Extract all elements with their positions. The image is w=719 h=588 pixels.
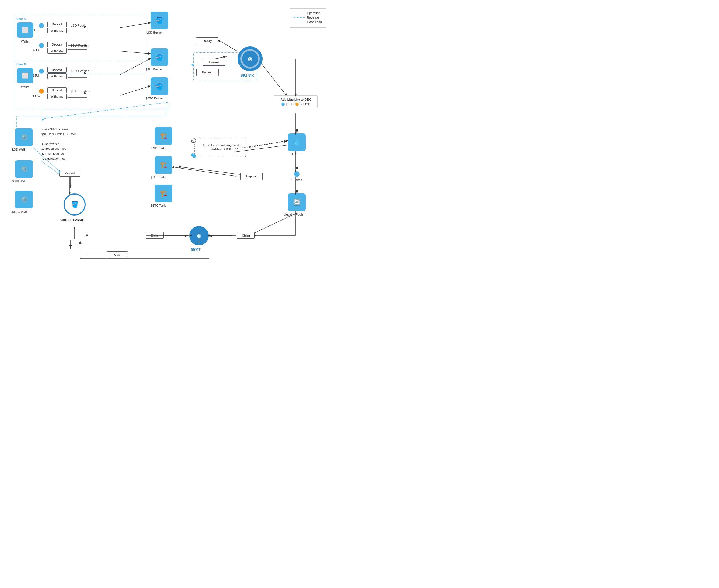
btc-tank-label: $BTC Tank: [151, 204, 166, 207]
borrow-button[interactable]: Borrow: [203, 59, 225, 66]
repay-button[interactable]: Repay: [196, 37, 218, 44]
svg-line-34: [41, 161, 59, 174]
buck-inner-circle: ◎: [240, 49, 260, 68]
sui-token-label: $SUI: [286, 103, 292, 106]
claim-button-2[interactable]: Claim: [237, 232, 255, 239]
btc-position-label-b: $BTC Position: [71, 89, 90, 93]
liquidity-pools-icon: 🔄: [288, 193, 305, 211]
user-a-label: User A: [16, 17, 144, 20]
user-b-box: User B ⬜ Wallet $SUI Deposit Withdraw $S…: [14, 61, 146, 109]
stake-text-block: Stake $BKT to earn$SUI & $BUCK from Well…: [41, 127, 97, 161]
lp-token-dot: [294, 171, 299, 177]
sui-tank-label: $SUI Tank: [151, 175, 165, 179]
stbkt-circle: 🪣: [64, 193, 86, 215]
revenue-label: Revenue: [307, 16, 319, 19]
withdraw-btn-b-sui[interactable]: Withdraw: [47, 74, 67, 79]
wallet-icon-a: ⬜: [22, 27, 29, 34]
slash: /: [293, 103, 294, 106]
lsd-well-icon: ⚙️: [15, 128, 33, 146]
legend-flash-loan: Flash Loan: [294, 20, 322, 23]
deposit-btn-b-btc[interactable]: Deposit: [47, 87, 67, 93]
btc-bucket-label: $BTC Bucket: [146, 97, 164, 100]
buck-label: $BUCK: [241, 74, 254, 78]
stake-button[interactable]: Stake: [107, 251, 128, 258]
sui-token-icon-b: [39, 69, 44, 74]
circle-dot-2: [191, 153, 194, 157]
lsd-well-label: LSD Well: [12, 148, 25, 151]
dex-icon: 💧: [288, 133, 305, 151]
circle-dot-1: [191, 140, 194, 143]
deposit-button-tank[interactable]: Deposit: [240, 173, 262, 180]
legend-operation: Operation: [294, 11, 322, 15]
sui-well-icon: ⚙️: [15, 160, 33, 178]
deposit-btn-a-sui[interactable]: Deposit: [47, 42, 67, 47]
svg-line-33: [249, 213, 297, 236]
btc-bucket-icon: 🪣: [151, 77, 168, 95]
buck-circle: ◎: [238, 46, 262, 71]
sui-position-label-b: $SUI Position: [71, 69, 89, 73]
user-b-wallet-label: Wallet: [17, 85, 34, 89]
deposit-btn-a-lsd[interactable]: Deposit: [47, 22, 67, 27]
deposit-btn-b-sui[interactable]: Deposit: [47, 67, 67, 73]
flash-loan-box: Flash loan to arbitrage and stabilize BU…: [196, 138, 246, 157]
sui-dot: [281, 103, 284, 106]
sui-well-label: $SUI Well: [12, 180, 26, 183]
add-liquidity-tokens: $SUI / $BUCK: [277, 103, 314, 106]
bkt-label: $BKT: [191, 247, 200, 251]
flash-loan-text: Flash loan to arbitrage and stabilize BU…: [196, 142, 246, 153]
svg-line-65: [220, 41, 237, 51]
btc-well-icon: ⚙️: [15, 191, 33, 208]
dex-label: DEX: [291, 152, 297, 156]
svg-marker-39: [73, 227, 76, 229]
redeem-button[interactable]: Redeem: [196, 69, 218, 76]
legend: Operation Revenue Flash Loan: [290, 8, 326, 28]
lsd-token-icon-a: [39, 23, 44, 28]
lp-token-label: LP Token: [290, 178, 302, 182]
sui-label-b: $SUI: [33, 74, 39, 77]
sui-token-icon-a: [39, 43, 44, 48]
lsd-label-a: LSD: [34, 28, 39, 31]
sui-bucket-icon: 🪣: [151, 48, 168, 66]
operation-label: Operation: [307, 11, 320, 15]
lsd-tank-label: LSD Tank: [151, 146, 165, 150]
btc-label-b: $BTC: [33, 94, 40, 97]
btc-tank-icon: 🏗️: [155, 185, 172, 202]
stake-description: Stake $BKT to earn$SUI & $BUCK from Well…: [41, 128, 76, 160]
reward-button[interactable]: Reward: [59, 170, 80, 176]
revenue-line: [294, 17, 305, 18]
btc-token-icon-b: [39, 89, 44, 94]
btc-well-label: $BTC Well: [12, 210, 26, 213]
sui-position-label-a: $SUI Position: [71, 44, 89, 47]
user-b-wallet-icon: ⬜: [17, 68, 34, 83]
user-a-wallet-label: Wallet: [17, 40, 34, 43]
wallet-icon-b: ⬜: [22, 72, 29, 79]
svg-line-69: [174, 167, 236, 176]
svg-marker-37: [191, 64, 193, 66]
operation-line: [294, 13, 305, 13]
svg-line-67: [247, 141, 287, 148]
lsd-bucket-label: LSD Bucket: [146, 31, 163, 34]
sui-bucket-label: $SUI Bucket: [146, 68, 163, 71]
sui-tank-icon: 🏗️: [155, 156, 172, 174]
user-a-wallet-icon: ⬜: [17, 22, 34, 38]
flash-loan-label: Flash Loan: [307, 20, 322, 23]
buck-dot: [295, 103, 299, 106]
bkt-circle: ◎: [189, 226, 209, 245]
withdraw-btn-b-btc[interactable]: Withdraw: [47, 94, 67, 99]
claim-button-1[interactable]: Claim: [146, 232, 164, 239]
lsd-tank-icon: 🏗️: [155, 127, 172, 145]
lp-icon-symbol: 🔄: [293, 199, 301, 206]
sui-label-a: $SUI: [33, 49, 39, 52]
svg-marker-42: [86, 233, 88, 236]
lsd-position-label-a: LSD Position: [71, 24, 88, 27]
withdraw-btn-a-sui[interactable]: Withdraw: [47, 48, 67, 54]
user-b-label: User B: [16, 63, 144, 66]
buck-token-label: $BUCK: [300, 103, 310, 106]
add-liquidity-title: Add Liquidity to DEX: [277, 98, 314, 101]
liquidity-pools-label: Liquidity Pools: [284, 213, 303, 216]
withdraw-btn-a-lsd[interactable]: Withdraw: [47, 28, 67, 34]
stbkt-label: $stBKT Holder: [58, 218, 86, 222]
flash-loan-line: [294, 22, 305, 22]
lsd-bucket-icon: 🪣: [151, 12, 168, 29]
svg-marker-35: [42, 119, 44, 122]
